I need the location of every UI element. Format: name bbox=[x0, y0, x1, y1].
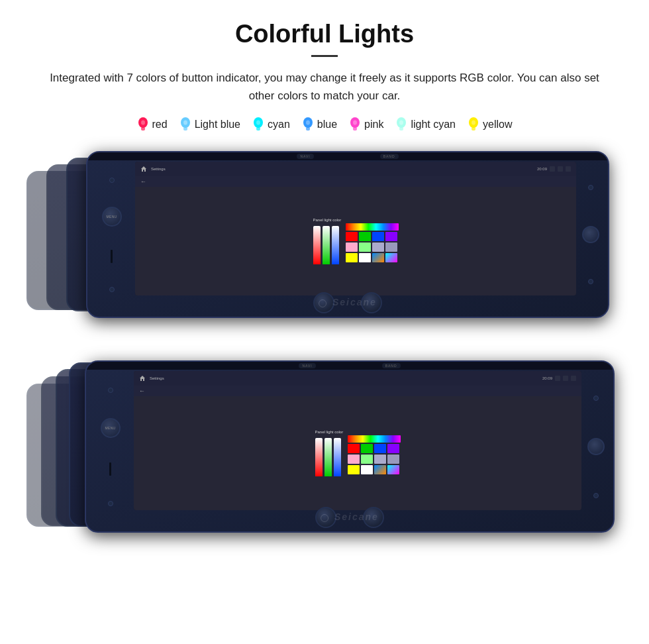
top-strip-1: NAVI BAND bbox=[87, 152, 608, 160]
menu-button-1[interactable]: MENU bbox=[102, 207, 122, 227]
right-dot-4 bbox=[593, 493, 599, 498]
pc-r2c4 bbox=[385, 242, 397, 252]
color-label-yellow: yellow bbox=[483, 119, 512, 131]
vent-1 bbox=[111, 250, 113, 263]
time-display-2: 20:09 bbox=[542, 376, 552, 380]
screen-area-2: Settings 20:09 ← Panel light col bbox=[134, 371, 581, 510]
color-label-lightcyan: light cyan bbox=[411, 119, 456, 131]
pc-r1c1 bbox=[346, 232, 358, 241]
vent-line-1 bbox=[111, 250, 113, 263]
panel-light-section-1: Panel light color bbox=[313, 218, 399, 264]
svg-rect-1 bbox=[141, 127, 145, 131]
color-bars-2 bbox=[315, 438, 341, 476]
bulb-blue-icon bbox=[302, 117, 314, 133]
pc-r3c3 bbox=[372, 253, 384, 262]
bar2-wg bbox=[324, 438, 332, 476]
color-label-red: red bbox=[152, 119, 168, 131]
band-badge: BAND bbox=[380, 154, 399, 159]
pc2-r2c3 bbox=[374, 455, 386, 464]
bar-white-green bbox=[323, 226, 330, 264]
svg-rect-16 bbox=[399, 127, 403, 131]
screen-content-1: Panel light color bbox=[135, 187, 576, 295]
bottom-knob-left-2 bbox=[315, 507, 336, 528]
top-strip-2: NAVI BAND bbox=[86, 362, 613, 370]
svg-point-11 bbox=[306, 121, 310, 125]
icon-4 bbox=[555, 376, 560, 381]
icon-1 bbox=[550, 166, 555, 172]
bar2-wr bbox=[315, 438, 323, 476]
bar-white-red bbox=[313, 226, 321, 264]
color-item-yellow: yellow bbox=[468, 117, 512, 133]
svg-rect-19 bbox=[472, 127, 475, 131]
color-item-lightblue: Light blue bbox=[179, 117, 240, 133]
screen-content-2: Panel light color bbox=[134, 396, 581, 510]
time-display-1: 20:09 bbox=[537, 167, 547, 171]
vent-line-2 bbox=[109, 462, 111, 476]
navi-badge-2: NAVI bbox=[299, 363, 315, 368]
left-panel-2: MENU bbox=[89, 370, 132, 523]
icon-5 bbox=[563, 376, 568, 381]
pc-r2c3 bbox=[372, 242, 384, 252]
pc2-r3c1 bbox=[348, 465, 360, 474]
device-showcase: NAVI BAND MENU bbox=[26, 151, 623, 558]
palette-row3-2 bbox=[348, 465, 401, 474]
left-dot-bottom bbox=[109, 287, 115, 292]
device-group-2: NAVI BAND MENU bbox=[26, 360, 623, 558]
pc2-r3c2 bbox=[361, 465, 373, 474]
color-item-blue: blue bbox=[302, 117, 337, 133]
pc2-r1c2 bbox=[361, 444, 373, 453]
bottom-knob-left-1 bbox=[313, 292, 334, 313]
pc2-r2c2 bbox=[361, 455, 373, 464]
color-label-blue: blue bbox=[317, 119, 337, 131]
rainbow-bar-2 bbox=[348, 435, 401, 443]
right-knob-1 bbox=[582, 226, 599, 243]
bottom-knobs-2 bbox=[315, 507, 384, 528]
right-dot-1 bbox=[588, 185, 593, 190]
pc-r3c1 bbox=[346, 253, 358, 262]
device-group-1: NAVI BAND MENU bbox=[26, 151, 623, 342]
palette-row2-2 bbox=[348, 455, 401, 464]
back-row-2: ← bbox=[134, 386, 581, 396]
pc2-r2c1 bbox=[348, 455, 360, 464]
right-dot-2 bbox=[588, 279, 593, 284]
bulb-red-icon bbox=[137, 117, 149, 133]
color-label-cyan: cyan bbox=[268, 119, 290, 131]
icon-6 bbox=[571, 376, 576, 381]
page-title: Colorful Lights bbox=[26, 20, 623, 48]
right-panel-2 bbox=[581, 371, 611, 522]
svg-point-5 bbox=[183, 121, 187, 125]
palette-section-2 bbox=[348, 435, 401, 474]
pc-r2c1 bbox=[346, 242, 358, 252]
screen-area-1: Settings 20:09 ← bbox=[135, 162, 576, 295]
color-label-pink: pink bbox=[364, 119, 383, 131]
screen-topbar-2: Settings 20:09 bbox=[134, 371, 581, 386]
icon-3 bbox=[566, 166, 571, 172]
bulb-lightblue-icon bbox=[179, 117, 191, 133]
svg-rect-13 bbox=[353, 127, 357, 131]
svg-point-20 bbox=[472, 121, 475, 125]
bottom-knob-right-1 bbox=[361, 292, 382, 313]
svg-rect-7 bbox=[256, 127, 260, 131]
palette-row2-1 bbox=[346, 242, 399, 252]
color-item-lightcyan: light cyan bbox=[395, 117, 456, 133]
svg-marker-21 bbox=[141, 166, 146, 172]
back-arrow-2[interactable]: ← bbox=[139, 388, 145, 394]
right-dot-3 bbox=[593, 396, 599, 401]
bottom-knobs-1 bbox=[313, 292, 382, 313]
main-device-1: NAVI BAND MENU bbox=[86, 151, 609, 318]
bar2-wb bbox=[334, 438, 341, 476]
back-row-1: ← bbox=[135, 176, 576, 187]
svg-rect-10 bbox=[306, 127, 310, 131]
menu-button-2[interactable]: MENU bbox=[101, 418, 121, 438]
panel-title-1: Panel light color bbox=[313, 218, 342, 222]
pc2-r3c3 bbox=[374, 465, 386, 474]
bars-palette-2 bbox=[315, 435, 401, 476]
palette-row1-2 bbox=[348, 444, 401, 453]
palette-row1-1 bbox=[346, 232, 399, 241]
left-dot-bottom-2 bbox=[108, 501, 113, 506]
color-bars-1 bbox=[313, 226, 339, 264]
page-container: Colorful Lights Integrated with 7 colors… bbox=[0, 0, 649, 584]
bulb-yellow-icon bbox=[468, 117, 479, 133]
back-arrow-1[interactable]: ← bbox=[140, 178, 146, 185]
settings-label-1: Settings bbox=[151, 167, 166, 171]
